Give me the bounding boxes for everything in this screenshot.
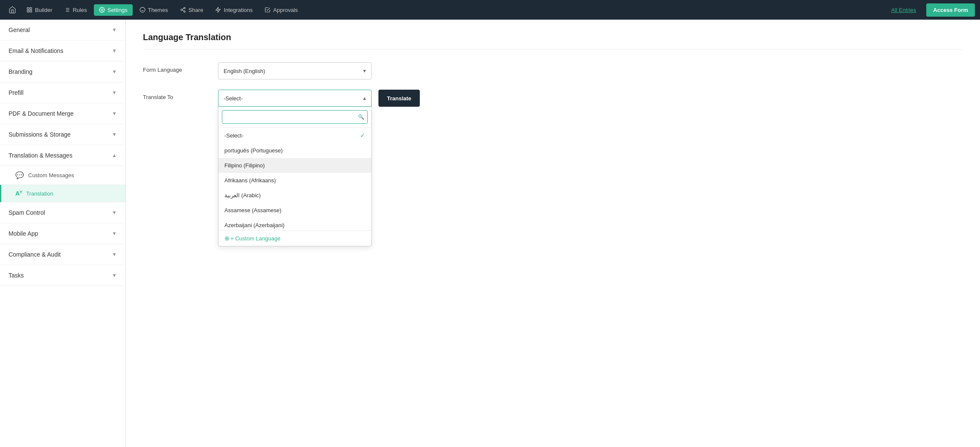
translate-button[interactable]: Translate — [378, 90, 420, 107]
top-navigation: Builder Rules Settings Themes Share Inte… — [0, 0, 980, 20]
svg-point-15 — [180, 9, 182, 11]
chevron-down-icon: ▼ — [112, 251, 117, 257]
dropdown-search-container: 🔍 — [218, 107, 371, 128]
main-content-area: Language Translation Form Language Engli… — [126, 20, 980, 447]
chevron-down-icon: ▼ — [112, 111, 117, 117]
search-icon: 🔍 — [358, 114, 364, 120]
svg-line-17 — [182, 10, 184, 11]
nav-rules[interactable]: Rules — [59, 4, 92, 16]
access-form-button[interactable]: Access Form — [926, 3, 975, 17]
sidebar-item-pdf-document-merge[interactable]: PDF & Document Merge ▼ — [0, 103, 125, 124]
chevron-down-icon: ▼ — [112, 48, 117, 54]
dropdown-options-list: -Select- ✓ português (Portuguese) Filipi… — [218, 128, 371, 230]
home-button[interactable] — [5, 3, 20, 16]
sidebar-item-branding[interactable]: Branding ▼ — [0, 61, 125, 82]
custom-language-option[interactable]: ⊕ + Custom Language — [218, 230, 371, 246]
sidebar-item-email-notifications[interactable]: Email & Notifications ▼ — [0, 41, 125, 61]
nav-builder[interactable]: Builder — [21, 4, 57, 16]
chevron-up-icon: ▲ — [112, 152, 117, 158]
form-language-row: Form Language English (English) ▼ — [143, 62, 963, 79]
chevron-down-icon: ▼ — [112, 90, 117, 96]
sidebar-subitem-translation[interactable]: Aᵀ Translation — [0, 185, 125, 202]
svg-rect-3 — [27, 10, 29, 12]
svg-point-11 — [140, 7, 145, 12]
speech-bubble-icon: 💬 — [15, 171, 24, 179]
sidebar-subitem-custom-messages[interactable]: 💬 Custom Messages — [0, 166, 125, 185]
form-language-control: English (English) ▼ — [218, 62, 372, 79]
svg-point-10 — [101, 9, 103, 11]
app-layout: General ▼ Email & Notifications ▼ Brandi… — [0, 20, 980, 447]
option-select[interactable]: -Select- ✓ — [218, 128, 371, 143]
nav-share[interactable]: Share — [175, 4, 209, 16]
chevron-down-icon: ▼ — [112, 272, 117, 278]
sidebar-item-spam-control[interactable]: Spam Control ▼ — [0, 202, 125, 223]
chevron-down-icon: ▼ — [112, 131, 117, 137]
chevron-down-icon: ▼ — [112, 231, 117, 237]
svg-rect-0 — [27, 8, 29, 9]
svg-rect-1 — [30, 8, 32, 9]
chevron-up-icon: ▲ — [362, 96, 367, 101]
sidebar-item-mobile-app[interactable]: Mobile App ▼ — [0, 223, 125, 244]
all-entries-button[interactable]: All Entries — [886, 4, 922, 16]
translate-to-row: Translate To -Select- ▲ 🔍 -Select- ✓ — [143, 90, 963, 107]
nav-settings[interactable]: Settings — [94, 4, 133, 16]
form-language-label: Form Language — [143, 62, 211, 73]
option-arabic[interactable]: العربية (Arabic) — [218, 188, 371, 203]
option-assamese[interactable]: Assamese (Assamese) — [218, 203, 371, 218]
page-title: Language Translation — [143, 32, 963, 50]
sidebar-item-tasks[interactable]: Tasks ▼ — [0, 265, 125, 286]
svg-line-18 — [182, 9, 184, 9]
language-dropdown: 🔍 -Select- ✓ português (Portuguese) Fili… — [218, 107, 372, 246]
language-search-input[interactable] — [222, 110, 368, 124]
plus-icon: ⊕ — [224, 235, 230, 242]
check-icon: ✓ — [360, 132, 365, 139]
svg-point-16 — [183, 11, 185, 12]
nav-approvals[interactable]: Approvals — [259, 4, 303, 16]
sidebar-item-prefill[interactable]: Prefill ▼ — [0, 82, 125, 103]
translate-to-control: -Select- ▲ 🔍 -Select- ✓ — [218, 90, 372, 107]
option-filipino[interactable]: Filipino (Filipino) — [218, 158, 371, 173]
translate-to-select[interactable]: -Select- ▲ — [218, 90, 372, 107]
sidebar-item-general[interactable]: General ▼ — [0, 20, 125, 41]
chevron-down-icon: ▼ — [112, 69, 117, 75]
form-language-select[interactable]: English (English) ▼ — [218, 62, 372, 79]
sidebar-item-compliance-audit[interactable]: Compliance & Audit ▼ — [0, 244, 125, 265]
svg-point-14 — [183, 7, 185, 9]
nav-integrations[interactable]: Integrations — [210, 4, 258, 16]
chevron-down-icon: ▼ — [362, 68, 367, 73]
settings-sidebar: General ▼ Email & Notifications ▼ Brandi… — [0, 20, 126, 447]
svg-marker-19 — [216, 7, 221, 12]
translate-icon: Aᵀ — [15, 190, 22, 197]
chevron-down-icon: ▼ — [112, 210, 117, 216]
translate-to-label: Translate To — [143, 90, 211, 100]
option-azerbaijani[interactable]: Azerbaijani (Azerbaijani) — [218, 218, 371, 230]
chevron-down-icon: ▼ — [112, 27, 117, 33]
nav-themes[interactable]: Themes — [134, 4, 173, 16]
option-afrikaans[interactable]: Afrikaans (Afrikaans) — [218, 173, 371, 188]
svg-rect-2 — [30, 10, 32, 12]
sidebar-item-submissions-storage[interactable]: Submissions & Storage ▼ — [0, 124, 125, 145]
sidebar-item-translation-messages[interactable]: Translation & Messages ▲ — [0, 145, 125, 166]
option-portuguese[interactable]: português (Portuguese) — [218, 143, 371, 158]
